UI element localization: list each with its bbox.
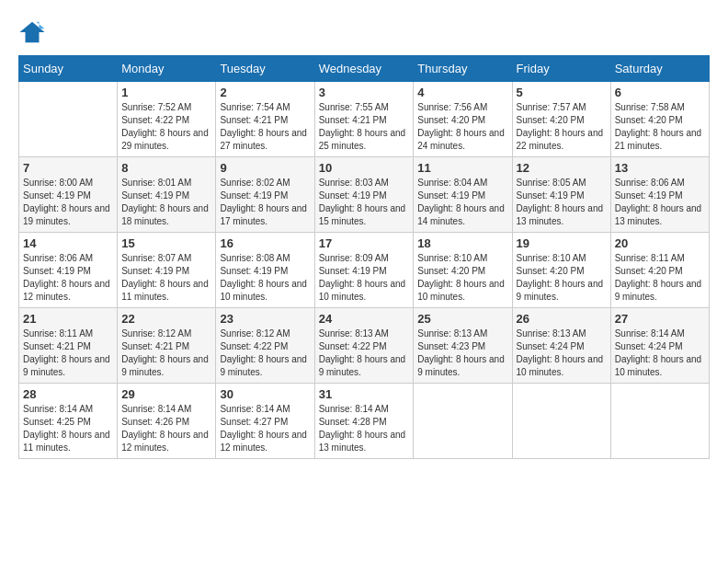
day-number: 15 xyxy=(121,236,211,250)
calendar-week-row: 28Sunrise: 8:14 AMSunset: 4:25 PMDayligh… xyxy=(19,384,710,459)
day-number: 22 xyxy=(121,312,211,326)
day-info: Sunrise: 8:06 AMSunset: 4:19 PMDaylight:… xyxy=(615,177,705,228)
page-header xyxy=(18,18,710,46)
day-info: Sunrise: 7:54 AMSunset: 4:21 PMDaylight:… xyxy=(220,101,310,153)
calendar-cell: 20Sunrise: 8:11 AMSunset: 4:20 PMDayligh… xyxy=(610,233,709,308)
day-number: 2 xyxy=(220,86,310,99)
day-number: 30 xyxy=(220,387,310,401)
calendar-cell: 17Sunrise: 8:09 AMSunset: 4:19 PMDayligh… xyxy=(314,233,414,308)
calendar-cell: 23Sunrise: 8:12 AMSunset: 4:22 PMDayligh… xyxy=(216,308,314,384)
weekday-header-thursday: Thursday xyxy=(414,56,512,82)
calendar-cell: 19Sunrise: 8:10 AMSunset: 4:20 PMDayligh… xyxy=(512,233,610,308)
day-info: Sunrise: 8:00 AMSunset: 4:19 PMDaylight:… xyxy=(23,177,113,228)
day-number: 6 xyxy=(615,86,705,99)
calendar-cell: 6Sunrise: 7:58 AMSunset: 4:20 PMDaylight… xyxy=(610,82,709,157)
day-number: 4 xyxy=(417,86,507,99)
calendar-cell: 8Sunrise: 8:01 AMSunset: 4:19 PMDaylight… xyxy=(118,157,216,233)
weekday-header-monday: Monday xyxy=(118,56,216,82)
calendar-cell: 7Sunrise: 8:00 AMSunset: 4:19 PMDaylight… xyxy=(19,157,118,233)
calendar-week-row: 7Sunrise: 8:00 AMSunset: 4:19 PMDaylight… xyxy=(19,157,710,233)
calendar-cell: 18Sunrise: 8:10 AMSunset: 4:20 PMDayligh… xyxy=(414,233,512,308)
day-number: 11 xyxy=(417,161,507,175)
calendar-cell: 24Sunrise: 8:13 AMSunset: 4:22 PMDayligh… xyxy=(314,308,414,384)
calendar-cell: 10Sunrise: 8:03 AMSunset: 4:19 PMDayligh… xyxy=(314,157,414,233)
calendar-cell xyxy=(610,384,709,459)
day-info: Sunrise: 7:55 AMSunset: 4:21 PMDaylight:… xyxy=(319,101,410,153)
day-info: Sunrise: 8:14 AMSunset: 4:28 PMDaylight:… xyxy=(319,403,410,454)
calendar-cell: 25Sunrise: 8:13 AMSunset: 4:23 PMDayligh… xyxy=(414,308,512,384)
day-info: Sunrise: 8:11 AMSunset: 4:21 PMDaylight:… xyxy=(23,327,113,379)
day-number: 19 xyxy=(517,236,607,250)
day-number: 3 xyxy=(319,86,410,99)
day-info: Sunrise: 8:10 AMSunset: 4:20 PMDaylight:… xyxy=(517,252,607,304)
day-info: Sunrise: 7:57 AMSunset: 4:20 PMDaylight:… xyxy=(517,101,607,153)
day-number: 24 xyxy=(319,312,410,326)
calendar-cell: 1Sunrise: 7:52 AMSunset: 4:22 PMDaylight… xyxy=(118,82,216,157)
calendar-week-row: 21Sunrise: 8:11 AMSunset: 4:21 PMDayligh… xyxy=(19,308,710,384)
day-number: 13 xyxy=(615,161,705,175)
calendar: SundayMondayTuesdayWednesdayThursdayFrid… xyxy=(18,55,710,459)
day-info: Sunrise: 8:14 AMSunset: 4:25 PMDaylight:… xyxy=(23,403,113,454)
day-info: Sunrise: 8:07 AMSunset: 4:19 PMDaylight:… xyxy=(121,252,211,304)
day-number: 12 xyxy=(517,161,607,175)
calendar-cell: 16Sunrise: 8:08 AMSunset: 4:19 PMDayligh… xyxy=(216,233,314,308)
logo xyxy=(18,18,50,46)
day-info: Sunrise: 8:12 AMSunset: 4:21 PMDaylight:… xyxy=(121,327,211,379)
weekday-header-friday: Friday xyxy=(512,56,610,82)
calendar-cell: 2Sunrise: 7:54 AMSunset: 4:21 PMDaylight… xyxy=(216,82,314,157)
calendar-cell: 27Sunrise: 8:14 AMSunset: 4:24 PMDayligh… xyxy=(610,308,709,384)
calendar-cell: 12Sunrise: 8:05 AMSunset: 4:19 PMDayligh… xyxy=(512,157,610,233)
day-info: Sunrise: 8:13 AMSunset: 4:23 PMDaylight:… xyxy=(417,327,507,379)
day-number: 17 xyxy=(319,236,410,250)
day-info: Sunrise: 8:01 AMSunset: 4:19 PMDaylight:… xyxy=(121,177,211,228)
day-number: 1 xyxy=(121,86,211,99)
day-info: Sunrise: 8:13 AMSunset: 4:24 PMDaylight:… xyxy=(517,327,607,379)
day-number: 28 xyxy=(23,387,113,401)
day-info: Sunrise: 7:56 AMSunset: 4:20 PMDaylight:… xyxy=(417,101,507,153)
day-number: 14 xyxy=(23,236,113,250)
day-number: 29 xyxy=(121,387,211,401)
calendar-cell xyxy=(414,384,512,459)
weekday-header-tuesday: Tuesday xyxy=(216,56,314,82)
weekday-header-saturday: Saturday xyxy=(610,56,709,82)
calendar-week-row: 14Sunrise: 8:06 AMSunset: 4:19 PMDayligh… xyxy=(19,233,710,308)
day-number: 21 xyxy=(23,312,113,326)
day-info: Sunrise: 8:05 AMSunset: 4:19 PMDaylight:… xyxy=(517,177,607,228)
day-info: Sunrise: 8:02 AMSunset: 4:19 PMDaylight:… xyxy=(220,177,310,228)
day-number: 23 xyxy=(220,312,310,326)
day-info: Sunrise: 8:14 AMSunset: 4:26 PMDaylight:… xyxy=(121,403,211,454)
day-number: 31 xyxy=(319,387,410,401)
calendar-cell: 28Sunrise: 8:14 AMSunset: 4:25 PMDayligh… xyxy=(19,384,118,459)
day-info: Sunrise: 8:06 AMSunset: 4:19 PMDaylight:… xyxy=(23,252,113,304)
calendar-cell: 9Sunrise: 8:02 AMSunset: 4:19 PMDaylight… xyxy=(216,157,314,233)
calendar-cell: 15Sunrise: 8:07 AMSunset: 4:19 PMDayligh… xyxy=(118,233,216,308)
calendar-cell: 22Sunrise: 8:12 AMSunset: 4:21 PMDayligh… xyxy=(118,308,216,384)
calendar-cell: 26Sunrise: 8:13 AMSunset: 4:24 PMDayligh… xyxy=(512,308,610,384)
day-info: Sunrise: 8:12 AMSunset: 4:22 PMDaylight:… xyxy=(220,327,310,379)
day-number: 8 xyxy=(121,161,211,175)
calendar-cell: 14Sunrise: 8:06 AMSunset: 4:19 PMDayligh… xyxy=(19,233,118,308)
day-info: Sunrise: 8:08 AMSunset: 4:19 PMDaylight:… xyxy=(220,252,310,304)
day-number: 20 xyxy=(615,236,705,250)
day-number: 27 xyxy=(615,312,705,326)
day-info: Sunrise: 7:52 AMSunset: 4:22 PMDaylight:… xyxy=(121,101,211,153)
calendar-cell: 21Sunrise: 8:11 AMSunset: 4:21 PMDayligh… xyxy=(19,308,118,384)
day-info: Sunrise: 8:10 AMSunset: 4:20 PMDaylight:… xyxy=(417,252,507,304)
calendar-week-row: 1Sunrise: 7:52 AMSunset: 4:22 PMDaylight… xyxy=(19,82,710,157)
calendar-cell: 30Sunrise: 8:14 AMSunset: 4:27 PMDayligh… xyxy=(216,384,314,459)
calendar-cell: 5Sunrise: 7:57 AMSunset: 4:20 PMDaylight… xyxy=(512,82,610,157)
weekday-header-sunday: Sunday xyxy=(19,56,118,82)
day-info: Sunrise: 8:14 AMSunset: 4:27 PMDaylight:… xyxy=(220,403,310,454)
calendar-cell: 4Sunrise: 7:56 AMSunset: 4:20 PMDaylight… xyxy=(414,82,512,157)
day-info: Sunrise: 8:11 AMSunset: 4:20 PMDaylight:… xyxy=(615,252,705,304)
calendar-cell xyxy=(512,384,610,459)
calendar-cell: 29Sunrise: 8:14 AMSunset: 4:26 PMDayligh… xyxy=(118,384,216,459)
day-info: Sunrise: 8:03 AMSunset: 4:19 PMDaylight:… xyxy=(319,177,410,228)
day-number: 18 xyxy=(417,236,507,250)
day-number: 26 xyxy=(517,312,607,326)
day-number: 10 xyxy=(319,161,410,175)
day-number: 9 xyxy=(220,161,310,175)
calendar-cell xyxy=(19,82,118,157)
day-info: Sunrise: 8:14 AMSunset: 4:24 PMDaylight:… xyxy=(615,327,705,379)
weekday-header-wednesday: Wednesday xyxy=(314,56,414,82)
